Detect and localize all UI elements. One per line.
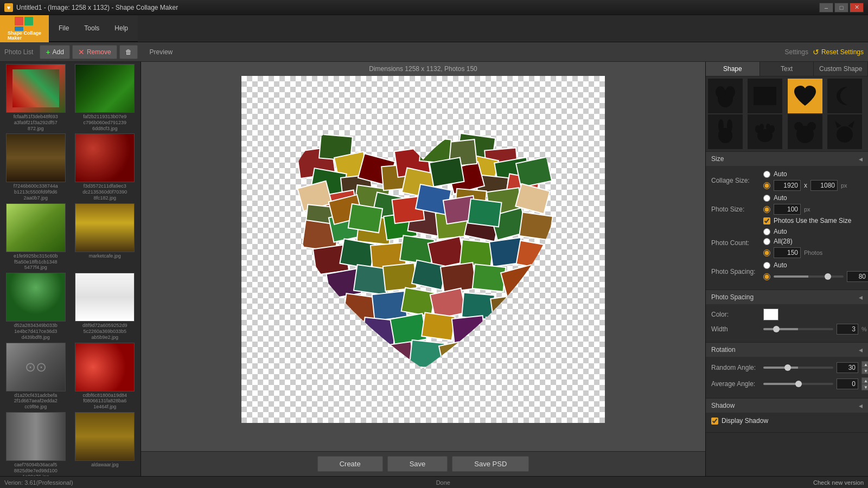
list-item[interactable]: f3d3572c11dfa9ec3dc2135360d0f703908fc182… (72, 133, 139, 201)
photo-size-custom-radio[interactable] (763, 206, 770, 213)
photo-filename: f7246b600c338744ab1213c5500fd9f9d62aa0b7… (14, 183, 58, 201)
list-item[interactable]: caef76094b36acaf58825d9e7ed98d1001e99c76… (2, 412, 69, 476)
shadow-section-header[interactable]: Shadow ◂ (706, 399, 868, 413)
average-angle-up[interactable]: ▲ (861, 377, 868, 384)
photo-count-custom-radio[interactable] (763, 249, 770, 256)
svg-rect-56 (473, 264, 506, 292)
menu-file[interactable]: File (55, 23, 72, 33)
photo-spacing-section-header[interactable]: Photo Spacing ◂ (706, 290, 868, 304)
close-button[interactable]: ✕ (850, 3, 864, 12)
average-angle-down[interactable]: ▼ (861, 384, 868, 390)
minimize-button[interactable]: – (819, 3, 833, 12)
photo-filename: fcfaaf51f3deb48f693a3fa9f21f3a292df57872… (14, 114, 58, 131)
collage-size-label: Collage Size: (711, 177, 760, 184)
photo-size-auto-label: Auto (774, 194, 787, 202)
photo-spacing-row: Photo Spacing: Auto % (711, 261, 863, 282)
list-item[interactable]: marketcafe.jpg (72, 203, 139, 271)
shape-paw[interactable] (748, 114, 782, 149)
tab-custom-shape[interactable]: Custom Shape (814, 62, 868, 76)
maximize-button[interactable]: □ (834, 3, 848, 12)
random-angle-input[interactable] (837, 362, 858, 373)
statusbar: Verion: 3.61(Professional) Done Check ne… (0, 476, 868, 488)
photo-spacing-slider[interactable] (774, 275, 844, 278)
border-width-input[interactable] (837, 324, 858, 335)
titlebar-text: Untitled1 - (Image: 1258 x 1132) - Shape… (16, 4, 178, 11)
menu-help[interactable]: Help (111, 23, 131, 33)
shape-cat[interactable] (827, 114, 862, 149)
photo-spacing-section-label: Photo Spacing (711, 293, 754, 301)
collage-size-auto-radio[interactable] (763, 171, 770, 178)
photo-spacing-label: Photo Spacing: (711, 268, 760, 275)
add-button[interactable]: + Add (40, 45, 70, 59)
svg-point-91 (760, 124, 764, 130)
photo-size-input[interactable] (774, 204, 801, 215)
remove-icon: ✕ (78, 48, 85, 56)
save-psd-button[interactable]: Save PSD (452, 456, 529, 472)
list-item[interactable]: e1fe9925bc315c60bf5a50e18fb1cb13485477f4… (2, 203, 69, 271)
mouse-icon (712, 82, 739, 110)
list-item[interactable]: d52a2834349b033b1e4bc7d417ce36d3d439bdf8… (2, 273, 69, 340)
create-button[interactable]: Create (317, 456, 383, 472)
photo-size-auto-radio[interactable] (763, 195, 770, 202)
reset-label: Reset Settings (821, 48, 864, 56)
photo-list-scroll[interactable]: fcfaaf51f3deb48f693a3fa9f21f3a292df57872… (0, 62, 141, 476)
average-angle-slider[interactable] (763, 383, 833, 385)
display-shadow-checkbox[interactable] (711, 418, 718, 425)
shape-rabbit[interactable] (708, 114, 743, 149)
photo-count-input[interactable] (774, 247, 801, 258)
color-swatch[interactable] (763, 309, 778, 320)
trash-button[interactable]: 🗑 (119, 45, 138, 59)
collage-size-custom-row: x px (763, 180, 847, 191)
list-item[interactable]: aldawaar.jpg (72, 412, 139, 476)
list-item[interactable]: ⊙⊙ d1a20cf431adcbefa2f1d667aeaf2edda2cc9… (2, 343, 69, 410)
canvas-area: Dimensions 1258 x 1132, Photos 150 (141, 62, 705, 476)
photo-filename: caef76094b36acaf58825d9e7ed98d1001e99c76… (14, 462, 58, 476)
collage-canvas[interactable] (241, 76, 605, 423)
reset-settings-button[interactable]: ↺ Reset Settings (813, 48, 864, 56)
list-item[interactable]: fcfaaf51f3deb48f693a3fa9f21f3a292df57872… (2, 64, 69, 131)
rotation-section-header[interactable]: Rotation ◂ (706, 343, 868, 357)
size-section-header[interactable]: Size ◂ (706, 152, 868, 166)
preview-label: Preview (144, 47, 178, 57)
svg-rect-3 (24, 17, 33, 25)
svg-point-92 (766, 124, 770, 130)
same-size-label: Photos Use the Same Size (774, 217, 851, 224)
photo-count-auto-radio[interactable] (763, 228, 770, 235)
random-angle-label: Random Angle: (711, 364, 760, 371)
check-version-link[interactable]: Check new version (813, 479, 864, 486)
random-angle-slider-container (763, 367, 833, 369)
list-item[interactable]: f7246b600c338744ab1213c5500fd9f9d62aa0b7… (2, 133, 69, 201)
svg-point-86 (718, 119, 724, 132)
shape-rectangle[interactable] (748, 79, 782, 113)
list-item[interactable]: cdbf6c81800a19d84f08066131fa828ba61e464f… (72, 343, 139, 410)
list-item[interactable]: faf2b2119313b07e9c796b060ed7912396dd8cf3… (72, 64, 139, 131)
shape-bear[interactable] (788, 114, 822, 149)
shape-crescent[interactable] (827, 79, 862, 113)
tab-shape[interactable]: Shape (706, 62, 760, 76)
collage-height-input[interactable] (810, 180, 838, 191)
remove-button[interactable]: ✕ Remove (72, 45, 117, 59)
same-size-checkbox[interactable] (763, 217, 770, 224)
average-angle-input[interactable] (837, 378, 858, 389)
shape-heart[interactable] (788, 79, 822, 113)
menu-tools[interactable]: Tools (81, 23, 103, 33)
save-button[interactable]: Save (387, 456, 448, 472)
svg-point-87 (727, 119, 732, 132)
border-width-slider[interactable] (763, 328, 833, 330)
tab-text[interactable]: Text (760, 62, 814, 76)
photo-spacing-auto-radio[interactable] (763, 262, 770, 269)
photo-spacing-custom-radio[interactable] (763, 273, 770, 280)
photo-size-options: Auto px Photos Use the Same Size (763, 194, 851, 224)
photo-same-size-row: Photos Use the Same Size (763, 217, 851, 224)
collage-width-input[interactable] (774, 180, 801, 191)
shape-tabs: Shape Text Custom Shape (706, 62, 868, 76)
random-angle-down[interactable]: ▼ (861, 368, 868, 374)
list-item[interactable]: d8f9d72a6059252d95c2260a369b033b5ab5b9e2… (72, 273, 139, 340)
random-angle-up[interactable]: ▲ (861, 361, 868, 368)
random-angle-slider[interactable] (763, 367, 833, 369)
photo-count-all-radio[interactable] (763, 238, 770, 245)
shape-mouse[interactable] (708, 79, 743, 113)
collage-size-custom-radio[interactable] (763, 182, 770, 189)
photo-spacing-input[interactable] (847, 271, 868, 282)
add-label: Add (53, 48, 64, 56)
